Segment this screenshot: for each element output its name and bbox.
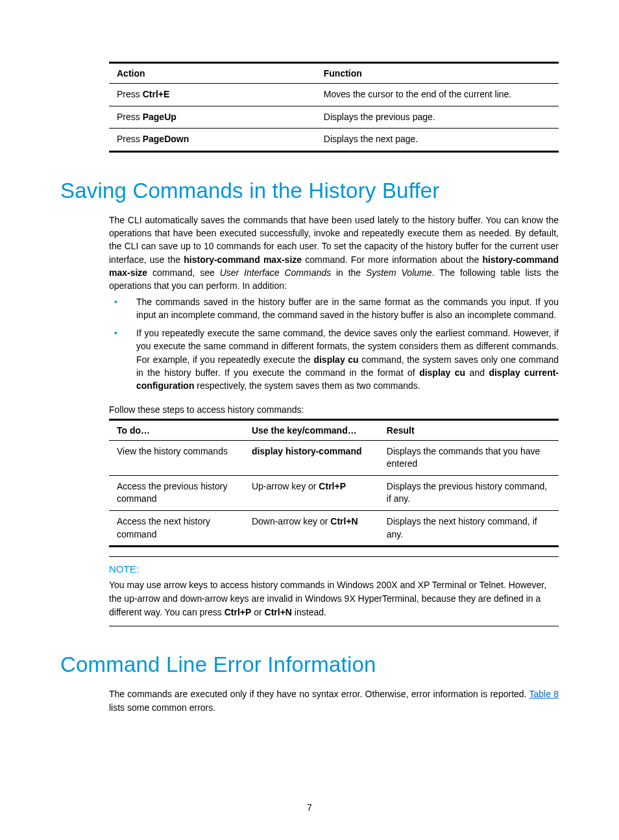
cmd-bold: display history-command <box>252 446 362 456</box>
function-text: Displays the next page. <box>316 129 559 152</box>
result-cell: Displays the commands that you have ente… <box>379 440 559 475</box>
table-8-link[interactable]: Table 8 <box>529 689 559 699</box>
table-row: Access the next history command Down-arr… <box>109 511 559 547</box>
cmd-prefix: Up-arrow key or <box>252 481 319 491</box>
text-run: The commands are executed only if they h… <box>109 689 529 699</box>
table-row: Press PageUp Displays the previous page. <box>109 106 559 129</box>
action-prefix: Press <box>117 134 143 144</box>
text-run: command. For more information about the <box>302 254 482 265</box>
action-key: Ctrl+E <box>143 89 170 99</box>
bullet-list: The commands saved in the history buffer… <box>109 295 559 393</box>
action-prefix: Press <box>117 89 143 99</box>
function-text: Displays the previous page. <box>316 106 559 129</box>
col-action: Action <box>109 63 316 84</box>
bullet-item: The commands saved in the history buffer… <box>109 295 559 322</box>
text-run: or <box>251 607 264 617</box>
text-run: respectively, the system saves them as t… <box>194 380 420 391</box>
todo-cell: Access the previous history command <box>109 475 244 510</box>
bold-key: Ctrl+P <box>225 607 252 617</box>
todo-cell: View the history commands <box>109 440 244 475</box>
page-number: 7 <box>0 802 619 813</box>
bold-cmd: display cu <box>313 354 358 365</box>
col-result: Result <box>379 419 559 440</box>
table-row: View the history commands display histor… <box>109 440 559 475</box>
action-key: PageUp <box>143 112 176 122</box>
text-run: You may use arrow keys to access history… <box>109 580 546 617</box>
heading-history-buffer: Saving Commands in the History Buffer <box>60 179 559 203</box>
paragraph-error: The commands are executed only if they h… <box>109 687 559 714</box>
note-box: NOTE: You may use arrow keys to access h… <box>109 556 559 626</box>
action-key: PageDown <box>143 134 189 144</box>
text-run: lists some common errors. <box>109 702 215 713</box>
italic-ref: User Interface Commands <box>220 267 331 278</box>
paragraph-intro: The CLI automatically saves the commands… <box>109 214 559 293</box>
note-rule-bottom <box>109 626 559 626</box>
cmd-bold: Ctrl+P <box>319 481 346 491</box>
table-row: Access the previous history command Up-a… <box>109 475 559 510</box>
text-run: and <box>465 367 489 378</box>
text-run: in the <box>331 267 366 278</box>
note-text: You may use arrow keys to access history… <box>109 578 559 619</box>
col-todo: To do… <box>109 419 244 440</box>
table-row: Press PageDown Displays the next page. <box>109 129 559 152</box>
bold-cmd: history-command max-size <box>184 254 302 265</box>
italic-ref: System Volume <box>366 267 432 278</box>
lead-text: Follow these steps to access history com… <box>109 404 559 415</box>
bold-key: Ctrl+N <box>265 607 292 617</box>
text-run: command, see <box>147 267 220 278</box>
table-row: Press Ctrl+E Moves the cursor to the end… <box>109 84 559 106</box>
result-cell: Displays the previous history command, i… <box>379 475 559 510</box>
bullet-item: If you repeatedly execute the same comma… <box>109 327 559 392</box>
todo-cell: Access the next history command <box>109 511 244 547</box>
note-label: NOTE: <box>109 563 559 574</box>
result-cell: Displays the next history command, if an… <box>379 511 559 547</box>
text-run: instead. <box>292 607 326 617</box>
heading-error-info: Command Line Error Information <box>60 652 559 677</box>
col-function: Function <box>316 63 559 84</box>
shortcut-table: Action Function Press Ctrl+E Moves the c… <box>109 62 559 153</box>
function-text: Moves the cursor to the end of the curre… <box>316 84 559 106</box>
action-prefix: Press <box>117 112 143 122</box>
col-cmd: Use the key/command… <box>244 419 379 440</box>
cmd-bold: Ctrl+N <box>330 516 358 526</box>
note-rule-top <box>109 556 559 557</box>
bold-cmd: display cu <box>419 367 465 378</box>
cmd-prefix: Down-arrow key or <box>252 516 330 526</box>
history-commands-table: To do… Use the key/command… Result View … <box>109 419 559 548</box>
